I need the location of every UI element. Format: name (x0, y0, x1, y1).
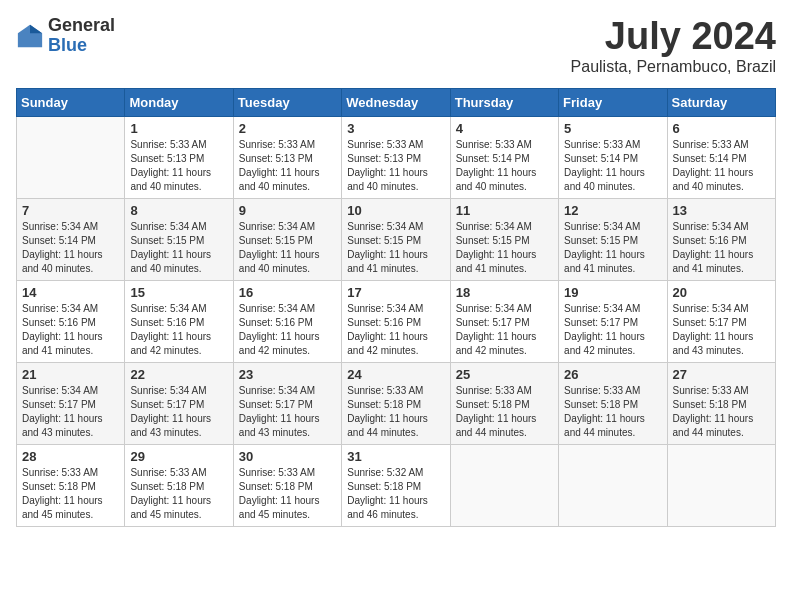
calendar-cell: 13Sunrise: 5:34 AMSunset: 5:16 PMDayligh… (667, 198, 775, 280)
day-info: Sunrise: 5:34 AMSunset: 5:15 PMDaylight:… (130, 220, 227, 276)
logo-icon (16, 22, 44, 50)
calendar-cell: 23Sunrise: 5:34 AMSunset: 5:17 PMDayligh… (233, 362, 341, 444)
calendar-cell: 16Sunrise: 5:34 AMSunset: 5:16 PMDayligh… (233, 280, 341, 362)
month-title: July 2024 (571, 16, 776, 58)
day-number: 14 (22, 285, 119, 300)
day-info: Sunrise: 5:34 AMSunset: 5:16 PMDaylight:… (22, 302, 119, 358)
calendar-cell: 6Sunrise: 5:33 AMSunset: 5:14 PMDaylight… (667, 116, 775, 198)
calendar-cell (559, 444, 667, 526)
day-number: 26 (564, 367, 661, 382)
calendar-cell: 21Sunrise: 5:34 AMSunset: 5:17 PMDayligh… (17, 362, 125, 444)
col-friday: Friday (559, 88, 667, 116)
day-number: 22 (130, 367, 227, 382)
day-info: Sunrise: 5:34 AMSunset: 5:16 PMDaylight:… (673, 220, 770, 276)
day-number: 17 (347, 285, 444, 300)
day-info: Sunrise: 5:34 AMSunset: 5:17 PMDaylight:… (22, 384, 119, 440)
calendar-cell: 14Sunrise: 5:34 AMSunset: 5:16 PMDayligh… (17, 280, 125, 362)
calendar-cell: 2Sunrise: 5:33 AMSunset: 5:13 PMDaylight… (233, 116, 341, 198)
col-monday: Monday (125, 88, 233, 116)
calendar-cell: 8Sunrise: 5:34 AMSunset: 5:15 PMDaylight… (125, 198, 233, 280)
calendar-cell: 24Sunrise: 5:33 AMSunset: 5:18 PMDayligh… (342, 362, 450, 444)
week-row-1: 1Sunrise: 5:33 AMSunset: 5:13 PMDaylight… (17, 116, 776, 198)
day-number: 15 (130, 285, 227, 300)
calendar-cell: 17Sunrise: 5:34 AMSunset: 5:16 PMDayligh… (342, 280, 450, 362)
calendar-cell: 30Sunrise: 5:33 AMSunset: 5:18 PMDayligh… (233, 444, 341, 526)
day-number: 9 (239, 203, 336, 218)
day-info: Sunrise: 5:34 AMSunset: 5:15 PMDaylight:… (347, 220, 444, 276)
day-number: 20 (673, 285, 770, 300)
header: General Blue July 2024 Paulista, Pernamb… (16, 16, 776, 76)
day-info: Sunrise: 5:34 AMSunset: 5:17 PMDaylight:… (456, 302, 553, 358)
calendar-cell (667, 444, 775, 526)
day-info: Sunrise: 5:33 AMSunset: 5:18 PMDaylight:… (673, 384, 770, 440)
day-info: Sunrise: 5:33 AMSunset: 5:18 PMDaylight:… (239, 466, 336, 522)
day-number: 16 (239, 285, 336, 300)
day-number: 19 (564, 285, 661, 300)
header-row: Sunday Monday Tuesday Wednesday Thursday… (17, 88, 776, 116)
day-number: 28 (22, 449, 119, 464)
logo-text: General Blue (48, 16, 115, 56)
day-number: 25 (456, 367, 553, 382)
day-info: Sunrise: 5:34 AMSunset: 5:16 PMDaylight:… (130, 302, 227, 358)
day-number: 13 (673, 203, 770, 218)
calendar-cell: 18Sunrise: 5:34 AMSunset: 5:17 PMDayligh… (450, 280, 558, 362)
week-row-2: 7Sunrise: 5:34 AMSunset: 5:14 PMDaylight… (17, 198, 776, 280)
day-info: Sunrise: 5:34 AMSunset: 5:17 PMDaylight:… (564, 302, 661, 358)
day-number: 24 (347, 367, 444, 382)
day-info: Sunrise: 5:34 AMSunset: 5:17 PMDaylight:… (239, 384, 336, 440)
day-info: Sunrise: 5:34 AMSunset: 5:17 PMDaylight:… (673, 302, 770, 358)
day-number: 2 (239, 121, 336, 136)
calendar-cell: 1Sunrise: 5:33 AMSunset: 5:13 PMDaylight… (125, 116, 233, 198)
calendar-cell: 20Sunrise: 5:34 AMSunset: 5:17 PMDayligh… (667, 280, 775, 362)
day-info: Sunrise: 5:34 AMSunset: 5:14 PMDaylight:… (22, 220, 119, 276)
day-number: 4 (456, 121, 553, 136)
col-sunday: Sunday (17, 88, 125, 116)
day-number: 1 (130, 121, 227, 136)
day-info: Sunrise: 5:33 AMSunset: 5:18 PMDaylight:… (347, 384, 444, 440)
calendar-cell: 3Sunrise: 5:33 AMSunset: 5:13 PMDaylight… (342, 116, 450, 198)
day-info: Sunrise: 5:33 AMSunset: 5:13 PMDaylight:… (239, 138, 336, 194)
day-info: Sunrise: 5:34 AMSunset: 5:15 PMDaylight:… (564, 220, 661, 276)
logo-general: General (48, 16, 115, 36)
calendar-cell: 15Sunrise: 5:34 AMSunset: 5:16 PMDayligh… (125, 280, 233, 362)
day-number: 12 (564, 203, 661, 218)
calendar-cell (450, 444, 558, 526)
day-info: Sunrise: 5:32 AMSunset: 5:18 PMDaylight:… (347, 466, 444, 522)
day-info: Sunrise: 5:33 AMSunset: 5:18 PMDaylight:… (456, 384, 553, 440)
day-info: Sunrise: 5:33 AMSunset: 5:14 PMDaylight:… (564, 138, 661, 194)
day-number: 7 (22, 203, 119, 218)
day-info: Sunrise: 5:34 AMSunset: 5:16 PMDaylight:… (239, 302, 336, 358)
calendar-cell: 9Sunrise: 5:34 AMSunset: 5:15 PMDaylight… (233, 198, 341, 280)
col-thursday: Thursday (450, 88, 558, 116)
calendar-cell: 12Sunrise: 5:34 AMSunset: 5:15 PMDayligh… (559, 198, 667, 280)
day-number: 8 (130, 203, 227, 218)
day-info: Sunrise: 5:33 AMSunset: 5:13 PMDaylight:… (347, 138, 444, 194)
calendar-cell: 31Sunrise: 5:32 AMSunset: 5:18 PMDayligh… (342, 444, 450, 526)
logo-blue: Blue (48, 36, 115, 56)
day-info: Sunrise: 5:33 AMSunset: 5:13 PMDaylight:… (130, 138, 227, 194)
day-number: 6 (673, 121, 770, 136)
day-number: 30 (239, 449, 336, 464)
calendar-cell: 10Sunrise: 5:34 AMSunset: 5:15 PMDayligh… (342, 198, 450, 280)
calendar-cell (17, 116, 125, 198)
day-number: 23 (239, 367, 336, 382)
calendar-cell: 27Sunrise: 5:33 AMSunset: 5:18 PMDayligh… (667, 362, 775, 444)
day-number: 18 (456, 285, 553, 300)
calendar-cell: 22Sunrise: 5:34 AMSunset: 5:17 PMDayligh… (125, 362, 233, 444)
calendar-table: Sunday Monday Tuesday Wednesday Thursday… (16, 88, 776, 527)
calendar-cell: 5Sunrise: 5:33 AMSunset: 5:14 PMDaylight… (559, 116, 667, 198)
logo: General Blue (16, 16, 115, 56)
day-info: Sunrise: 5:34 AMSunset: 5:16 PMDaylight:… (347, 302, 444, 358)
col-wednesday: Wednesday (342, 88, 450, 116)
calendar-cell: 28Sunrise: 5:33 AMSunset: 5:18 PMDayligh… (17, 444, 125, 526)
day-number: 29 (130, 449, 227, 464)
location: Paulista, Pernambuco, Brazil (571, 58, 776, 76)
day-number: 31 (347, 449, 444, 464)
calendar-cell: 11Sunrise: 5:34 AMSunset: 5:15 PMDayligh… (450, 198, 558, 280)
svg-marker-1 (30, 25, 42, 33)
calendar-cell: 19Sunrise: 5:34 AMSunset: 5:17 PMDayligh… (559, 280, 667, 362)
day-info: Sunrise: 5:34 AMSunset: 5:17 PMDaylight:… (130, 384, 227, 440)
week-row-4: 21Sunrise: 5:34 AMSunset: 5:17 PMDayligh… (17, 362, 776, 444)
day-info: Sunrise: 5:34 AMSunset: 5:15 PMDaylight:… (239, 220, 336, 276)
col-saturday: Saturday (667, 88, 775, 116)
